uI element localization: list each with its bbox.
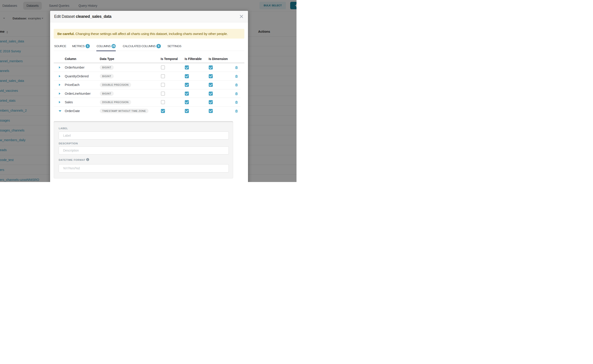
edit-dataset-modal: Edit Dataset cleaned_sales_data Be caref… (50, 11, 248, 182)
expand-caret-icon[interactable] (59, 66, 60, 69)
description-field-label: DESCRIPTION (59, 142, 78, 145)
columns-table-rows: OrderNumber BIGINT QuantityOrdered BIGIN… (50, 63, 248, 115)
modal-title: Edit Dataset cleaned_sales_data (54, 11, 112, 23)
trash-icon[interactable] (235, 84, 238, 86)
mtable-header-is-filterable: Is Filterable (184, 57, 202, 61)
warning-alert: Be careful. Changing these settings will… (54, 29, 244, 39)
active-tab-indicator (96, 51, 116, 51)
mtable-header-is-temporal: Is Temporal (161, 57, 178, 61)
column-row: QuantityOrdered BIGINT (50, 72, 248, 81)
trash-icon[interactable] (235, 66, 238, 69)
is-dimension-checkbox[interactable] (209, 91, 213, 96)
expand-caret-icon[interactable] (59, 92, 60, 95)
tab-label: SOURCE (54, 45, 66, 48)
column-name: OrderLineNumber (65, 92, 91, 95)
tab-metrics[interactable]: METRICS1 (72, 43, 90, 49)
column-row: PriceEach DOUBLE PRECISION (50, 80, 248, 89)
is-filterable-checkbox[interactable] (185, 83, 189, 87)
tab-settings[interactable]: SETTINGS (167, 43, 181, 49)
tabs-divider (54, 51, 244, 51)
metrics-count-badge: 1 (86, 44, 90, 48)
is-dimension-checkbox[interactable] (209, 74, 213, 78)
data-type-pill: BIGINT (100, 65, 114, 70)
datetime-format-input[interactable] (59, 164, 229, 173)
warning-alert-text: Changing these settings will affect all … (74, 32, 228, 36)
modal-title-dataset-name: cleaned_sales_data (76, 14, 112, 19)
warning-alert-lead: Be careful. (57, 32, 74, 36)
info-icon[interactable] (86, 158, 89, 161)
data-type-pill: BIGINT (100, 74, 114, 78)
is-temporal-checkbox[interactable] (161, 91, 165, 96)
column-row: OrderDate TIMESTAMP WITHOUT TIME ZONE (50, 107, 248, 116)
expand-caret-icon[interactable] (59, 84, 60, 86)
column-name: Sales (65, 100, 73, 104)
column-name: OrderNumber (65, 66, 85, 69)
trash-icon[interactable] (235, 75, 238, 78)
expand-caret-icon[interactable] (59, 75, 60, 77)
tab-calculated-columns[interactable]: CALCULATED COLUMNS0 (123, 43, 161, 49)
label-field-label: LABEL (59, 127, 68, 130)
description-input[interactable] (59, 146, 229, 155)
column-name: PriceEach (65, 83, 79, 87)
is-filterable-checkbox[interactable] (185, 65, 189, 70)
column-name: OrderDate (65, 109, 80, 113)
trash-icon[interactable] (235, 110, 238, 112)
mtable-header-is-dimension: Is Dimension (209, 57, 228, 61)
expand-caret-icon[interactable] (59, 110, 61, 112)
is-dimension-checkbox[interactable] (209, 100, 213, 104)
is-filterable-checkbox[interactable] (185, 100, 189, 104)
column-row: OrderLineNumber BIGINT (50, 89, 248, 98)
mtable-header-datatype: Data Type (100, 57, 114, 61)
column-row: Sales DOUBLE PRECISION (50, 98, 248, 107)
column-row: OrderNumber BIGINT (50, 63, 248, 72)
data-type-pill: TIMESTAMP WITHOUT TIME ZONE (100, 109, 148, 113)
datetime-format-field-label: DATETIME FORMAT (59, 159, 85, 161)
columns-count-badge: 25 (112, 44, 116, 48)
data-type-pill: BIGINT (100, 91, 114, 96)
trash-icon[interactable] (235, 92, 238, 95)
mtable-header-column: Column (65, 57, 76, 61)
trash-icon[interactable] (235, 101, 238, 104)
data-type-pill: DOUBLE PRECISION (100, 83, 131, 87)
is-temporal-checkbox[interactable] (161, 100, 165, 104)
modal-header: Edit Dataset cleaned_sales_data (50, 11, 248, 23)
expand-caret-icon[interactable] (59, 101, 60, 103)
tab-label: SETTINGS (167, 45, 181, 48)
column-name: QuantityOrdered (65, 74, 89, 78)
is-temporal-checkbox[interactable] (161, 83, 165, 87)
tab-source[interactable]: SOURCE (54, 43, 66, 49)
tab-columns-active[interactable]: COLUMNS25 (97, 43, 116, 49)
tab-label: CALCULATED COLUMNS (123, 45, 155, 48)
column-editor-panel: LABEL DESCRIPTION DATETIME FORMAT (54, 121, 233, 178)
tab-label: METRICS (72, 45, 84, 48)
label-input[interactable] (59, 131, 229, 140)
is-filterable-checkbox[interactable] (185, 91, 189, 96)
is-temporal-checkbox[interactable] (161, 109, 165, 113)
calculated-columns-count-badge: 0 (156, 44, 161, 48)
is-dimension-checkbox[interactable] (209, 65, 213, 70)
is-dimension-checkbox[interactable] (209, 109, 213, 113)
modal-title-prefix: Edit Dataset (54, 14, 76, 19)
tab-label: COLUMNS (97, 45, 111, 48)
close-icon[interactable] (240, 15, 243, 18)
data-type-pill: DOUBLE PRECISION (100, 100, 131, 105)
is-filterable-checkbox[interactable] (185, 74, 189, 78)
is-temporal-checkbox[interactable] (161, 65, 165, 70)
is-dimension-checkbox[interactable] (209, 83, 213, 87)
is-filterable-checkbox[interactable] (185, 109, 189, 113)
is-temporal-checkbox[interactable] (161, 74, 165, 78)
